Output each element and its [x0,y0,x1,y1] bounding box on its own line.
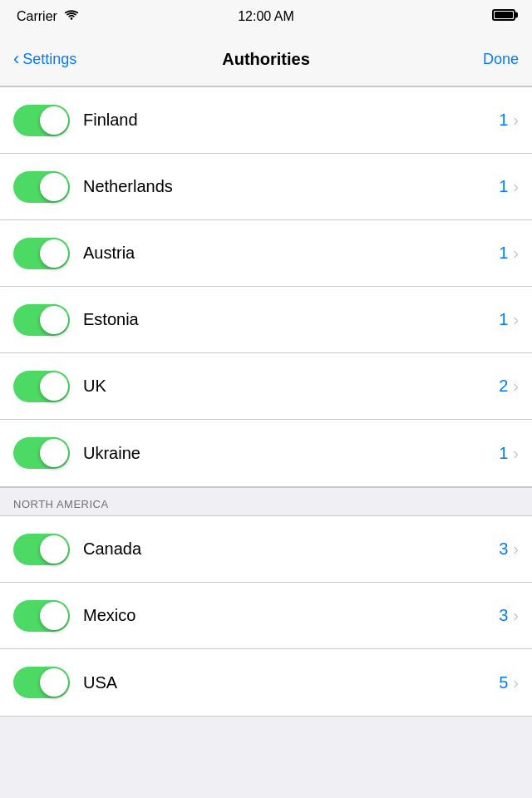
back-chevron-icon: ‹ [13,50,19,68]
battery-icon [492,9,515,24]
country-name-austria: Austria [83,244,499,263]
item-count-estonia: 1 [499,310,508,329]
list-item-usa[interactable]: USA5› [0,649,532,716]
country-name-uk: UK [83,377,499,396]
toggle-knob-netherlands [40,173,68,201]
country-name-mexico: Mexico [83,606,499,625]
list-item-finland[interactable]: Finland1› [0,87,532,154]
chevron-icon-estonia: › [513,310,519,329]
item-right-ukraine: 1› [499,444,519,463]
chevron-icon-usa: › [513,673,519,692]
country-name-usa: USA [83,673,499,692]
item-count-mexico: 3 [499,606,508,625]
chevron-icon-mexico: › [513,606,519,625]
toggle-knob-ukraine [40,439,68,467]
item-count-uk: 2 [499,377,508,396]
toggle-netherlands[interactable] [13,171,70,203]
item-count-netherlands: 1 [499,177,508,196]
toggle-uk[interactable] [13,371,70,402]
toggle-mexico[interactable] [13,600,70,632]
item-count-ukraine: 1 [499,444,508,463]
toggle-usa[interactable] [13,667,70,698]
country-name-netherlands: Netherlands [83,177,499,196]
list-item-ukraine[interactable]: Ukraine1› [0,420,532,486]
done-button[interactable]: Done [483,51,519,68]
item-right-uk: 2› [499,377,519,396]
country-name-finland: Finland [83,111,499,130]
list-section-north-america: Canada3›Mexico3›USA5› [0,515,532,717]
list-item-netherlands[interactable]: Netherlands1› [0,154,532,220]
toggle-knob-canada [40,535,68,564]
list-item-estonia[interactable]: Estonia1› [0,287,532,353]
country-name-canada: Canada [83,539,499,559]
list-item-mexico[interactable]: Mexico3› [0,583,532,649]
wifi-icon [64,9,79,24]
chevron-icon-canada: › [513,539,519,559]
chevron-icon-finland: › [513,111,519,130]
carrier-label: Carrier [17,9,57,24]
list-section-europe: Finland1›Netherlands1›Austria1›Estonia1›… [0,86,532,487]
toggle-knob-estonia [40,306,68,334]
item-count-canada: 3 [499,539,508,559]
item-count-austria: 1 [499,244,508,263]
back-label: Settings [22,51,76,68]
section-header-north-america: NORTH AMERICA [0,487,532,515]
list-item-austria[interactable]: Austria1› [0,220,532,287]
toggle-finland[interactable] [13,105,70,136]
chevron-icon-austria: › [513,244,519,263]
list-item-uk[interactable]: UK2› [0,353,532,420]
toggle-knob-usa [40,668,68,697]
item-right-canada: 3› [499,539,519,559]
toggle-ukraine[interactable] [13,437,70,469]
country-name-ukraine: Ukraine [83,444,499,463]
toggle-canada[interactable] [13,534,70,565]
navigation-bar: ‹ Settings Authorities Done [0,33,532,86]
item-right-estonia: 1› [499,310,519,329]
chevron-icon-uk: › [513,377,519,396]
item-right-finland: 1› [499,111,519,130]
chevron-icon-ukraine: › [513,444,519,463]
list-item-canada[interactable]: Canada3› [0,516,532,583]
chevron-icon-netherlands: › [513,177,519,196]
toggle-estonia[interactable] [13,304,70,336]
item-right-mexico: 3› [499,606,519,625]
back-button[interactable]: ‹ Settings [13,51,76,68]
item-right-austria: 1› [499,244,519,263]
item-right-netherlands: 1› [499,177,519,196]
status-time: 12:00 AM [238,9,294,24]
country-name-estonia: Estonia [83,310,499,329]
toggle-knob-austria [40,239,68,268]
status-bar: Carrier 12:00 AM [0,0,532,33]
content-area: Finland1›Netherlands1›Austria1›Estonia1›… [0,86,532,717]
toggle-knob-uk [40,372,68,401]
item-count-finland: 1 [499,111,508,130]
toggle-knob-finland [40,106,68,135]
toggle-knob-mexico [40,602,68,630]
item-count-usa: 5 [499,673,508,692]
svg-point-0 [71,17,73,20]
toggle-austria[interactable] [13,238,70,269]
page-title: Authorities [222,50,310,69]
item-right-usa: 5› [499,673,519,692]
